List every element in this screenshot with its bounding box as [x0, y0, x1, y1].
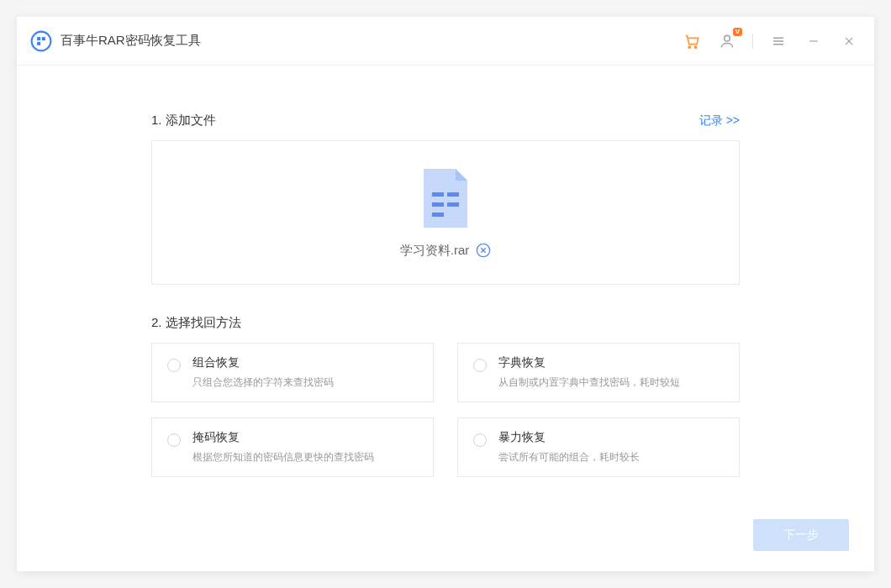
radio-icon: [473, 359, 487, 372]
method-title: 掩码恢复: [192, 430, 374, 445]
content-area: 1. 添加文件 记录 >> 学习资料.rar: [17, 66, 874, 519]
method-title: 暴力恢复: [498, 430, 640, 445]
svg-rect-13: [432, 192, 444, 197]
app-title: 百事牛RAR密码恢复工具: [61, 33, 201, 49]
selected-file-row: 学习资料.rar: [400, 243, 492, 259]
file-icon: [419, 167, 472, 231]
svg-point-5: [694, 46, 696, 48]
main-wrap: 1. 添加文件 记录 >> 学习资料.rar: [151, 113, 740, 477]
minimize-icon: [808, 35, 820, 47]
close-icon: [843, 35, 855, 47]
minimize-button[interactable]: [804, 31, 824, 51]
divider: [752, 34, 753, 49]
method-option-brute[interactable]: 暴力恢复 尝试所有可能的组合，耗时较长: [457, 417, 740, 477]
step2-header: 2. 选择找回方法: [151, 315, 740, 331]
step1-header: 1. 添加文件 记录 >>: [151, 113, 740, 129]
method-option-combination[interactable]: 组合恢复 只组合您选择的字符来查找密码: [151, 343, 434, 402]
logo-wrap: 百事牛RAR密码恢复工具: [30, 30, 201, 52]
svg-rect-2: [42, 37, 45, 40]
method-desc: 尝试所有可能的组合，耗时较长: [498, 450, 640, 465]
titlebar: 百事牛RAR密码恢复工具 V: [17, 17, 874, 66]
svg-rect-3: [37, 41, 40, 45]
method-desc: 只组合您选择的字符来查找密码: [192, 375, 334, 390]
svg-rect-1: [37, 37, 40, 40]
radio-icon: [473, 433, 487, 447]
methods-grid: 组合恢复 只组合您选择的字符来查找密码 字典恢复 从自制或内置字典中查找密码，耗…: [151, 343, 740, 477]
method-desc: 根据您所知道的密码信息更快的查找密码: [192, 450, 374, 465]
svg-point-0: [32, 31, 51, 50]
radio-icon: [167, 359, 181, 372]
menu-icon: [771, 34, 786, 49]
radio-icon: [167, 433, 181, 447]
main-window: 百事牛RAR密码恢复工具 V: [17, 17, 874, 571]
svg-rect-17: [432, 213, 444, 217]
svg-rect-15: [432, 202, 444, 207]
svg-rect-16: [447, 202, 459, 207]
svg-point-4: [688, 46, 690, 48]
close-button[interactable]: [839, 31, 859, 51]
menu-button[interactable]: [768, 31, 788, 51]
next-button[interactable]: 下一步: [753, 519, 849, 551]
method-title: 组合恢复: [192, 355, 334, 370]
method-title: 字典恢复: [498, 355, 680, 370]
user-button[interactable]: V: [717, 31, 737, 51]
svg-rect-14: [447, 192, 459, 197]
selected-filename: 学习资料.rar: [400, 243, 470, 259]
file-drop-zone[interactable]: 学习资料.rar: [151, 140, 740, 285]
vip-badge: V: [733, 28, 742, 36]
step2-title: 2. 选择找回方法: [151, 315, 241, 331]
method-option-mask[interactable]: 掩码恢复 根据您所知道的密码信息更快的查找密码: [151, 417, 434, 477]
footer: 下一步: [17, 519, 874, 571]
remove-file-button[interactable]: [476, 243, 491, 258]
method-desc: 从自制或内置字典中查找密码，耗时较短: [498, 375, 680, 390]
titlebar-controls: V: [682, 31, 859, 51]
cart-icon: [683, 32, 701, 50]
record-link[interactable]: 记录 >>: [699, 113, 740, 129]
app-logo-icon: [30, 30, 52, 52]
step1-title: 1. 添加文件: [151, 113, 216, 129]
method-option-dictionary[interactable]: 字典恢复 从自制或内置字典中查找密码，耗时较短: [457, 343, 740, 402]
svg-point-6: [725, 35, 730, 41]
cart-button[interactable]: [682, 31, 702, 51]
